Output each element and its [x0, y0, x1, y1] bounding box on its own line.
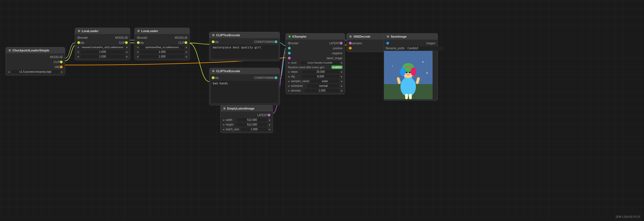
empty-latent-height-value[interactable]: 512.000	[237, 123, 267, 126]
clip-text2-out-port[interactable]	[275, 76, 277, 79]
lora1-sc-arrow-right[interactable]: ►	[126, 55, 128, 58]
ksampler-denoise-arrow-left[interactable]: ◄	[287, 89, 290, 92]
empty-latent-batch-value[interactable]: 1.000	[241, 128, 267, 131]
checkpoint-ckpt-arrow-left[interactable]: ◄	[7, 71, 10, 73]
ksampler-seed-value[interactable]: 513173432917412000	[300, 61, 339, 64]
ksampler-denoise-arrow-right[interactable]: ►	[341, 89, 343, 92]
ksampler-steps-arrow-right[interactable]: ►	[341, 71, 343, 73]
ksampler-cfg-value[interactable]: 8.000	[302, 75, 339, 78]
empty-latent-batch-arrow-right[interactable]: ►	[269, 128, 271, 131]
clip-text1-in-port[interactable]	[212, 40, 214, 43]
checkpoint-ckpt-arrow-right[interactable]: ►	[61, 71, 63, 73]
lora1-name-arrow-left[interactable]: ◄	[77, 46, 79, 49]
ksampler-sampler-arrow-left[interactable]: ◄	[287, 80, 290, 83]
empty-latent-width-value[interactable]: 512.000	[237, 118, 267, 122]
ksampler-in-latent: latent_image	[286, 56, 345, 61]
ksampler-seed-label: seed	[291, 61, 299, 64]
watermark: @稀土掘金技术社区	[616, 215, 641, 219]
clip-text1-out-port[interactable]	[275, 40, 277, 43]
lora1-out-model-port[interactable]	[125, 36, 128, 39]
ksampler-scheduler-field: ◄ scheduler normal ►	[286, 84, 345, 88]
lora2-out-clip-port[interactable]	[185, 41, 187, 44]
lora2-strength-model-field: ◄ 1.000 ►	[135, 50, 190, 54]
ksampler-seed-arrow-left[interactable]: ◄	[287, 61, 290, 64]
empty-latent-width-arrow-right[interactable]: ►	[269, 119, 271, 121]
empty-latent-out: LATENT	[221, 113, 273, 118]
clip-text2-in-port[interactable]	[212, 76, 214, 79]
empty-latent-height-arrow-right[interactable]: ►	[269, 123, 271, 126]
node-vae-decode-title: VAEDecode	[353, 35, 370, 38]
lora1-out-clip-port[interactable]	[125, 41, 128, 44]
ksampler-steps-value[interactable]: 20.000	[302, 70, 339, 74]
lora1-in-model: model MODEL	[75, 35, 130, 40]
lora1-sc-arrow-left[interactable]: ◄	[77, 55, 79, 58]
node-ksampler-title: KSampler	[292, 35, 306, 38]
ksampler-sampler-arrow-right[interactable]: ►	[341, 80, 343, 83]
node-lora2-title: LoraLoader	[141, 29, 158, 33]
ksampler-random-seed-label: Random seed after every gen	[288, 66, 324, 69]
lora2-sc-value[interactable]: 1.000	[140, 55, 184, 58]
lora1-sm-arrow-right[interactable]: ►	[126, 51, 128, 53]
ksampler-in-positive-port[interactable]	[288, 47, 291, 50]
ksampler-random-seed-badge[interactable]: enabled	[331, 66, 343, 69]
ksampler-denoise-value[interactable]: 1.000	[305, 89, 339, 92]
lora2-in-clip-port[interactable]	[137, 41, 140, 44]
vae-decode-vae-port[interactable]	[349, 47, 352, 50]
ksampler-cfg-arrow-left[interactable]: ◄	[287, 75, 290, 78]
ksampler-cfg-arrow-right[interactable]: ►	[341, 75, 343, 78]
ksampler-in-latent-port[interactable]	[288, 57, 291, 59]
lora2-out-model-port[interactable]	[185, 36, 187, 39]
clip-text2-textarea[interactable]: bad hands	[211, 81, 278, 103]
ksampler-scheduler-arrow-right[interactable]: ►	[341, 85, 343, 87]
ksampler-sampler-value[interactable]: euler	[310, 79, 339, 83]
node-clip-text2-header: CLIPTextEncode	[209, 68, 280, 74]
lora1-sm-value[interactable]: 1.000	[80, 50, 125, 54]
lora2-sm-arrow-right[interactable]: ►	[185, 51, 188, 53]
lora2-name-value[interactable]: epiNoiseoffset_v2.safetensors	[140, 46, 184, 49]
lora2-sm-arrow-left[interactable]: ◄	[136, 51, 139, 53]
lora1-name-value[interactable]: HeavierContrastFix_sd15.safetensors	[80, 46, 125, 49]
ksampler-in-negative-port[interactable]	[288, 52, 291, 54]
clip-text1-textarea[interactable]: masterpiece best quality girl	[211, 45, 278, 59]
clip-text2-in-clip: clip CONDITIONING	[209, 75, 280, 80]
lora2-sm-value[interactable]: 1.000	[140, 50, 184, 54]
lora2-sc-arrow-right[interactable]: ►	[185, 55, 188, 58]
ksampler-seed-arrow-right[interactable]: ►	[341, 61, 343, 64]
ksampler-denoise-label: denoise	[291, 89, 303, 92]
node-save-image-title: SaveImage	[391, 35, 407, 38]
checkpoint-clip-port[interactable]	[60, 61, 63, 63]
ksampler-in-model-port[interactable]	[288, 42, 291, 45]
lora1-name-arrow-right[interactable]: ►	[126, 46, 128, 49]
lora1-in-model-port[interactable]	[77, 36, 80, 39]
lora2-in-model-port[interactable]	[137, 36, 140, 39]
checkpoint-ckpt-value[interactable]: v1-5-pruned-emaonly.ckpt	[11, 70, 60, 74]
node-lora2-header: LoraLoader	[135, 28, 190, 34]
save-image-prefix-input[interactable]	[406, 46, 444, 50]
clip-text1-out-label: CONDITIONING	[219, 40, 275, 43]
ksampler-out-latent-port[interactable]	[340, 42, 343, 45]
lora1-sc-value[interactable]: 1.000	[80, 55, 125, 58]
save-image-in-port[interactable]	[386, 42, 389, 45]
lora2-sc-arrow-left[interactable]: ◄	[136, 55, 139, 58]
vae-decode-samples-port[interactable]	[349, 42, 352, 45]
checkpoint-vae-port[interactable]	[60, 66, 63, 68]
lora1-sm-arrow-left[interactable]: ◄	[77, 51, 79, 53]
empty-latent-height-arrow-left[interactable]: ◄	[222, 123, 225, 126]
node-canvas[interactable]: CheckpointLoaderSimple MODEL CLIP VAE ◄ …	[0, 0, 644, 221]
empty-latent-batch-arrow-left[interactable]: ◄	[222, 128, 225, 131]
lora2-in-model: model MODEL	[135, 35, 190, 40]
ksampler-in-negative-label: negative	[332, 52, 343, 55]
ksampler-steps-arrow-left[interactable]: ◄	[287, 71, 290, 73]
lora2-name-arrow-left[interactable]: ◄	[136, 46, 139, 49]
ksampler-scheduler-value[interactable]: normal	[307, 84, 339, 88]
lora1-in-clip-port[interactable]	[77, 41, 80, 44]
lora2-out-clip-label: CLIP	[144, 41, 185, 44]
ksampler-scheduler-arrow-left[interactable]: ◄	[287, 85, 290, 87]
checkpoint-model-port[interactable]	[60, 56, 63, 58]
ksampler-seed-field: ◄ seed 513173432917412000 ►	[286, 61, 345, 65]
node-checkpoint-loader: CheckpointLoaderSimple MODEL CLIP VAE ◄ …	[6, 47, 65, 76]
empty-latent-width-arrow-left[interactable]: ◄	[222, 119, 225, 121]
empty-latent-out-port[interactable]	[268, 114, 270, 116]
lora2-name-arrow-right[interactable]: ►	[185, 46, 188, 49]
node-lora1-dot	[78, 30, 80, 32]
